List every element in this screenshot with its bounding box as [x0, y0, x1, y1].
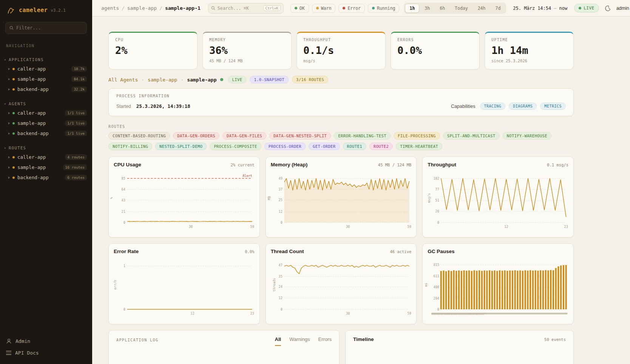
- route-pill[interactable]: ROUTE2: [369, 143, 393, 150]
- date-range[interactable]: 25. März 14:54 — now: [513, 6, 567, 11]
- agents-list: caller-app 1/1 live sample-app 1/1 live: [0, 108, 92, 138]
- status-dot: [372, 7, 375, 9]
- status-filter[interactable]: Error: [338, 4, 365, 13]
- stat-value: 0.0%: [397, 45, 473, 56]
- filter-input[interactable]: [16, 25, 83, 31]
- agent-badge: 1.0-SNAPSHOT: [250, 76, 289, 83]
- section-title: AGENTS: [9, 101, 26, 106]
- time-label: 14:54: [537, 6, 551, 11]
- capability-badge: TRACING: [480, 103, 506, 110]
- svg-text:59: 59: [250, 225, 254, 229]
- time-range-button[interactable]: Today: [450, 4, 472, 13]
- application-log-title: APPLICATION LOG: [116, 336, 158, 342]
- log-tab[interactable]: Errors: [318, 336, 332, 346]
- api-docs-link[interactable]: API Docs: [6, 350, 86, 356]
- timeline-events-count: 50 events: [544, 337, 566, 342]
- agent-badges: LIVE 1.0-SNAPSHOT 3/16 ROUTES: [228, 76, 329, 83]
- route-pill[interactable]: CONTENT-BASED-ROUTING: [108, 132, 170, 140]
- admin-link[interactable]: Admin: [6, 338, 86, 344]
- breadcrumb-sample-app[interactable]: sample-app: [127, 5, 157, 11]
- chart-y-axis-label: threads: [272, 278, 276, 292]
- routes-list: caller-app 4 routes sample-app 16 routes: [0, 152, 92, 183]
- status-filter[interactable]: OK: [290, 4, 309, 13]
- moon-icon: [605, 5, 611, 11]
- log-tab[interactable]: Warnings: [289, 336, 310, 346]
- route-pill[interactable]: DATA-GEN-FILES: [222, 132, 266, 140]
- breadcrumb-agents[interactable]: agents: [101, 5, 119, 11]
- sidebar-item-application[interactable]: sample-app 84.1k: [0, 74, 92, 84]
- section-header-routes[interactable]: ROUTES: [0, 144, 92, 152]
- time-range-button[interactable]: 7d: [491, 4, 505, 13]
- svg-text:37: 37: [278, 187, 282, 191]
- stat-cards: CPU 2% MEMORY 36% 45 MB / 124 MB THROUGH…: [108, 32, 574, 69]
- sidebar-item-agent[interactable]: backend-app 1/1 live: [0, 128, 92, 138]
- live-badge[interactable]: LIVE: [574, 4, 599, 12]
- route-pill[interactable]: FILE-PROCESSING: [394, 132, 440, 140]
- main-area: agents / sample-app / sample-app-1 Ctrl+…: [92, 0, 630, 364]
- route-pill[interactable]: NESTED-SPLIT-DEMO: [155, 143, 207, 150]
- chevron-right-icon: [8, 177, 10, 179]
- time-range-button[interactable]: 1h: [405, 4, 419, 13]
- sidebar-item-application[interactable]: caller-app 10.7k: [0, 64, 92, 74]
- range-end: now: [559, 6, 567, 11]
- range-separator: —: [554, 6, 556, 11]
- route-pill[interactable]: PROCESS-COMPOSITE: [210, 143, 261, 150]
- stat-value: 36%: [209, 45, 285, 56]
- charts-grid: CPU Usage 2% current % 0214364853059Aler…: [108, 157, 574, 324]
- sidebar-item-label: backend-app: [17, 131, 62, 136]
- status-filter[interactable]: Running: [368, 4, 399, 13]
- sidebar-item-route[interactable]: backend-app 6 routes: [0, 172, 92, 183]
- chart-y-axis-label: MB: [267, 196, 271, 200]
- process-information-title: PROCESS INFORMATION: [116, 94, 566, 98]
- chart-plot: 0122537493059: [271, 172, 412, 229]
- log-tabs: All Warnings Errors: [275, 336, 332, 346]
- route-pill[interactable]: GET-ORDER: [309, 143, 340, 150]
- svg-text:85: 85: [122, 177, 125, 180]
- top-header: agents / sample-app / sample-app-1 Ctrl+…: [92, 0, 630, 17]
- user-menu-label[interactable]: admin: [616, 6, 629, 11]
- agent-live-dot: [220, 78, 223, 81]
- agent-badge: LIVE: [228, 76, 247, 83]
- sidebar-item-application[interactable]: backend-app 32.2k: [0, 84, 92, 94]
- routes-section-title: ROUTES: [108, 124, 574, 129]
- sidebar-item-agent[interactable]: sample-app 1/1 live: [0, 118, 92, 128]
- route-pill[interactable]: NOTIFY-WAREHOUSE: [503, 132, 552, 140]
- status-dot: [295, 7, 297, 9]
- route-pill[interactable]: TIMER-HEARTBEAT: [396, 143, 442, 150]
- section-header-applications[interactable]: APPLICATIONS: [0, 55, 92, 64]
- sidebar-item-badge: 4 routes: [65, 154, 87, 160]
- section-header-agents[interactable]: AGENTS: [0, 100, 92, 108]
- status-filter[interactable]: Warn: [312, 4, 336, 13]
- time-range-button[interactable]: 6h: [435, 4, 449, 13]
- svg-text:24: 24: [278, 285, 282, 289]
- capabilities-list: TRACING DIAGRAMS METRICS: [480, 103, 566, 110]
- route-pill[interactable]: SPLIT-AND-MULTICAST: [443, 132, 500, 140]
- route-pill[interactable]: PROCESS-ORDER: [264, 143, 306, 150]
- log-tab[interactable]: All: [275, 336, 281, 346]
- sidebar-item-badge: 10.7k: [71, 66, 87, 72]
- time-range-button[interactable]: 3h: [420, 4, 434, 13]
- sidebar-item-route[interactable]: sample-app 16 routes: [0, 162, 92, 172]
- search-input[interactable]: [218, 6, 261, 11]
- route-pill[interactable]: ROUTE1: [343, 143, 366, 150]
- route-pill[interactable]: NOTIFY-BILLING: [108, 143, 152, 150]
- sample-app-link[interactable]: sample-app: [148, 77, 177, 83]
- route-pill[interactable]: DATA-GEN-NESTED-SPLIT: [269, 132, 331, 140]
- sidebar-item-agent[interactable]: caller-app 1/1 live: [0, 108, 92, 118]
- dark-mode-toggle[interactable]: [604, 4, 612, 12]
- capability-badge: METRICS: [540, 103, 566, 110]
- route-pill[interactable]: DATA-GEN-ORDERS: [173, 132, 219, 140]
- list-icon: [6, 351, 11, 355]
- svg-text:21: 21: [122, 210, 125, 213]
- all-agents-link[interactable]: All Agents: [108, 77, 138, 83]
- sidebar-item-badge: 1/1 live: [65, 131, 87, 136]
- sidebar-item-label: sample-app: [17, 120, 62, 126]
- route-pill[interactable]: ERROR-HANDLING-TEST: [334, 132, 391, 140]
- sidebar-item-route[interactable]: caller-app 4 routes: [0, 152, 92, 162]
- sidebar-item-label: backend-app: [17, 86, 69, 92]
- chart-title: Thread Count: [271, 249, 304, 254]
- svg-text:77: 77: [435, 187, 439, 191]
- time-range-button[interactable]: 24h: [473, 4, 490, 13]
- chevron-right-icon: [8, 132, 10, 135]
- chevron-right-icon: [8, 122, 10, 124]
